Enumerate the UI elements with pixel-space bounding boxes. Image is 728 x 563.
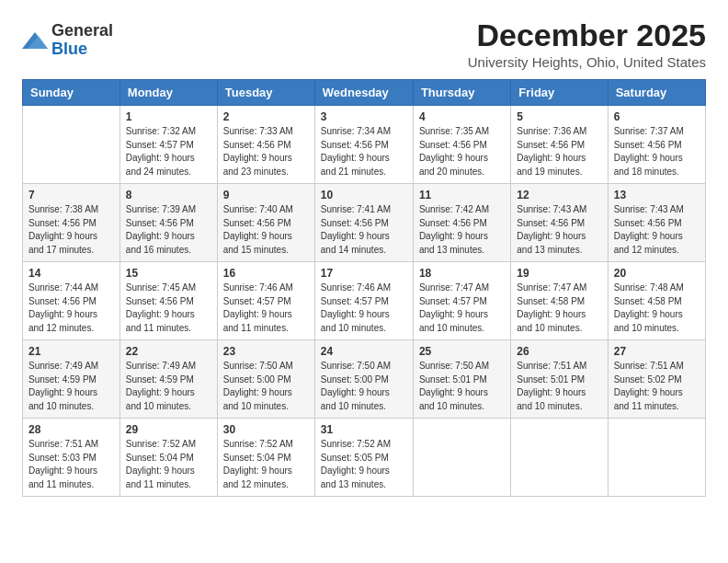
- day-number: 19: [517, 267, 601, 280]
- weekday-header-wednesday: Wednesday: [314, 80, 413, 106]
- calendar-day-cell: 21Sunrise: 7:49 AMSunset: 4:59 PMDayligh…: [23, 340, 120, 419]
- calendar-day-cell: 13Sunrise: 7:43 AMSunset: 4:56 PMDayligh…: [608, 184, 705, 262]
- day-number: 30: [223, 423, 309, 436]
- day-number: 15: [126, 267, 211, 280]
- calendar-day-cell: 24Sunrise: 7:50 AMSunset: 5:00 PMDayligh…: [314, 340, 413, 419]
- day-number: 24: [321, 345, 407, 358]
- day-info: Sunrise: 7:50 AMSunset: 5:00 PMDaylight:…: [223, 360, 309, 413]
- calendar-week-row: 21Sunrise: 7:49 AMSunset: 4:59 PMDayligh…: [23, 340, 706, 419]
- day-info: Sunrise: 7:39 AMSunset: 4:56 PMDaylight:…: [126, 203, 211, 257]
- calendar-day-cell: 26Sunrise: 7:51 AMSunset: 5:01 PMDayligh…: [511, 340, 608, 419]
- calendar-empty-cell: [608, 419, 705, 497]
- day-info: Sunrise: 7:46 AMSunset: 4:57 PMDaylight:…: [223, 282, 309, 335]
- weekday-header-row: SundayMondayTuesdayWednesdayThursdayFrid…: [23, 80, 706, 106]
- calendar-week-row: 7Sunrise: 7:38 AMSunset: 4:56 PMDaylight…: [23, 184, 706, 262]
- day-info: Sunrise: 7:51 AMSunset: 5:03 PMDaylight:…: [28, 438, 114, 491]
- calendar-day-cell: 3Sunrise: 7:34 AMSunset: 4:56 PMDaylight…: [314, 106, 413, 184]
- day-number: 26: [517, 345, 601, 358]
- day-number: 5: [517, 110, 601, 123]
- logo-blue-text: Blue: [51, 40, 87, 58]
- calendar-day-cell: 25Sunrise: 7:50 AMSunset: 5:01 PMDayligh…: [413, 340, 510, 419]
- calendar-day-cell: 9Sunrise: 7:40 AMSunset: 4:56 PMDaylight…: [217, 184, 314, 262]
- day-info: Sunrise: 7:49 AMSunset: 4:59 PMDaylight:…: [28, 360, 114, 413]
- calendar-day-cell: 27Sunrise: 7:51 AMSunset: 5:02 PMDayligh…: [608, 340, 705, 419]
- calendar-empty-cell: [413, 419, 510, 497]
- day-info: Sunrise: 7:47 AMSunset: 4:58 PMDaylight:…: [517, 282, 601, 335]
- day-number: 11: [419, 189, 505, 201]
- weekday-header-thursday: Thursday: [413, 80, 510, 106]
- calendar-week-row: 28Sunrise: 7:51 AMSunset: 5:03 PMDayligh…: [23, 419, 706, 497]
- title-area: December 2025 University Heights, Ohio, …: [468, 18, 706, 70]
- logo: General Blue: [22, 22, 113, 59]
- weekday-header-monday: Monday: [119, 80, 217, 106]
- day-info: Sunrise: 7:32 AMSunset: 4:57 PMDaylight:…: [126, 125, 211, 178]
- calendar-day-cell: 23Sunrise: 7:50 AMSunset: 5:00 PMDayligh…: [217, 340, 314, 419]
- day-number: 14: [28, 267, 114, 280]
- day-number: 23: [223, 345, 309, 358]
- day-info: Sunrise: 7:40 AMSunset: 4:56 PMDaylight:…: [223, 203, 309, 257]
- day-info: Sunrise: 7:50 AMSunset: 5:01 PMDaylight:…: [419, 360, 505, 413]
- calendar-day-cell: 6Sunrise: 7:37 AMSunset: 4:56 PMDaylight…: [608, 106, 705, 184]
- calendar-day-cell: 8Sunrise: 7:39 AMSunset: 4:56 PMDaylight…: [119, 184, 217, 262]
- calendar-day-cell: 31Sunrise: 7:52 AMSunset: 5:05 PMDayligh…: [314, 419, 413, 497]
- day-number: 13: [614, 189, 700, 201]
- day-info: Sunrise: 7:46 AMSunset: 4:57 PMDaylight:…: [321, 282, 407, 335]
- header: General Blue December 2025 University He…: [22, 18, 706, 70]
- calendar-day-cell: 2Sunrise: 7:33 AMSunset: 4:56 PMDaylight…: [217, 106, 314, 184]
- calendar-week-row: 1Sunrise: 7:32 AMSunset: 4:57 PMDaylight…: [23, 106, 706, 184]
- day-number: 31: [321, 423, 407, 436]
- calendar-day-cell: 12Sunrise: 7:43 AMSunset: 4:56 PMDayligh…: [511, 184, 608, 262]
- logo-icon: [22, 30, 48, 51]
- day-info: Sunrise: 7:51 AMSunset: 5:01 PMDaylight:…: [517, 360, 601, 413]
- calendar-day-cell: 16Sunrise: 7:46 AMSunset: 4:57 PMDayligh…: [217, 262, 314, 340]
- day-number: 16: [223, 267, 309, 280]
- weekday-header-saturday: Saturday: [608, 80, 705, 106]
- day-info: Sunrise: 7:34 AMSunset: 4:56 PMDaylight:…: [321, 125, 407, 178]
- weekday-header-friday: Friday: [511, 80, 608, 106]
- day-info: Sunrise: 7:48 AMSunset: 4:58 PMDaylight:…: [614, 282, 700, 335]
- calendar-day-cell: 17Sunrise: 7:46 AMSunset: 4:57 PMDayligh…: [314, 262, 413, 340]
- calendar-empty-cell: [23, 106, 120, 184]
- logo-general-text: General: [51, 21, 113, 40]
- day-info: Sunrise: 7:52 AMSunset: 5:04 PMDaylight:…: [126, 438, 211, 491]
- calendar-day-cell: 14Sunrise: 7:44 AMSunset: 4:56 PMDayligh…: [23, 262, 120, 340]
- calendar-day-cell: 7Sunrise: 7:38 AMSunset: 4:56 PMDaylight…: [23, 184, 120, 262]
- day-info: Sunrise: 7:52 AMSunset: 5:04 PMDaylight:…: [223, 438, 309, 491]
- day-info: Sunrise: 7:35 AMSunset: 4:56 PMDaylight:…: [419, 125, 505, 178]
- day-info: Sunrise: 7:51 AMSunset: 5:02 PMDaylight:…: [614, 360, 700, 413]
- day-number: 21: [28, 345, 114, 358]
- day-number: 8: [126, 189, 211, 201]
- calendar-day-cell: 1Sunrise: 7:32 AMSunset: 4:57 PMDaylight…: [119, 106, 217, 184]
- day-number: 1: [126, 110, 211, 123]
- calendar-day-cell: 28Sunrise: 7:51 AMSunset: 5:03 PMDayligh…: [23, 419, 120, 497]
- calendar-day-cell: 30Sunrise: 7:52 AMSunset: 5:04 PMDayligh…: [217, 419, 314, 497]
- day-info: Sunrise: 7:43 AMSunset: 4:56 PMDaylight:…: [614, 203, 700, 257]
- location-title: University Heights, Ohio, United States: [468, 54, 706, 70]
- day-number: 7: [28, 189, 114, 201]
- day-info: Sunrise: 7:50 AMSunset: 5:00 PMDaylight:…: [321, 360, 407, 413]
- day-info: Sunrise: 7:33 AMSunset: 4:56 PMDaylight:…: [223, 125, 309, 178]
- calendar-day-cell: 4Sunrise: 7:35 AMSunset: 4:56 PMDaylight…: [413, 106, 510, 184]
- day-info: Sunrise: 7:45 AMSunset: 4:56 PMDaylight:…: [126, 282, 211, 335]
- day-info: Sunrise: 7:43 AMSunset: 4:56 PMDaylight:…: [517, 203, 601, 257]
- calendar-empty-cell: [511, 419, 608, 497]
- day-number: 18: [419, 267, 505, 280]
- calendar-day-cell: 19Sunrise: 7:47 AMSunset: 4:58 PMDayligh…: [511, 262, 608, 340]
- day-number: 4: [419, 110, 505, 123]
- day-number: 6: [614, 110, 700, 123]
- calendar-day-cell: 15Sunrise: 7:45 AMSunset: 4:56 PMDayligh…: [119, 262, 217, 340]
- day-number: 17: [321, 267, 407, 280]
- calendar-day-cell: 11Sunrise: 7:42 AMSunset: 4:56 PMDayligh…: [413, 184, 510, 262]
- calendar-day-cell: 29Sunrise: 7:52 AMSunset: 5:04 PMDayligh…: [119, 419, 217, 497]
- day-number: 9: [223, 189, 309, 201]
- day-number: 3: [321, 110, 407, 123]
- day-info: Sunrise: 7:41 AMSunset: 4:56 PMDaylight:…: [321, 203, 407, 257]
- day-number: 25: [419, 345, 505, 358]
- day-number: 12: [517, 189, 601, 201]
- calendar-day-cell: 22Sunrise: 7:49 AMSunset: 4:59 PMDayligh…: [119, 340, 217, 419]
- day-number: 20: [614, 267, 700, 280]
- day-number: 27: [614, 345, 700, 358]
- day-info: Sunrise: 7:37 AMSunset: 4:56 PMDaylight:…: [614, 125, 700, 178]
- day-info: Sunrise: 7:36 AMSunset: 4:56 PMDaylight:…: [517, 125, 601, 178]
- day-info: Sunrise: 7:38 AMSunset: 4:56 PMDaylight:…: [28, 203, 114, 257]
